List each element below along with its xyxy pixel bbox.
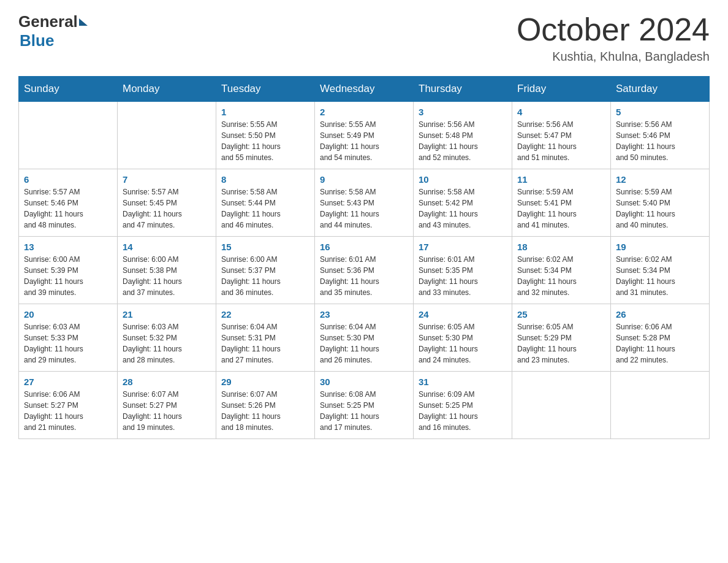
day-number: 10 <box>419 174 507 185</box>
location-label: Kushtia, Khulna, Bangladesh <box>517 50 710 64</box>
day-info: Sunrise: 6:02 AM Sunset: 5:34 PM Dayligh… <box>517 254 605 298</box>
calendar-cell: 14Sunrise: 6:00 AM Sunset: 5:38 PM Dayli… <box>118 237 216 304</box>
day-info: Sunrise: 6:07 AM Sunset: 5:26 PM Dayligh… <box>221 389 309 433</box>
day-info: Sunrise: 6:03 AM Sunset: 5:33 PM Dayligh… <box>24 321 112 366</box>
day-number: 3 <box>419 107 507 117</box>
day-info: Sunrise: 5:57 AM Sunset: 5:46 PM Dayligh… <box>24 186 112 231</box>
calendar-cell: 30Sunrise: 6:08 AM Sunset: 5:25 PM Dayli… <box>315 372 414 439</box>
day-number: 31 <box>419 377 507 387</box>
day-info: Sunrise: 5:58 AM Sunset: 5:44 PM Dayligh… <box>221 186 309 231</box>
day-number: 25 <box>517 309 605 320</box>
day-info: Sunrise: 6:00 AM Sunset: 5:38 PM Dayligh… <box>123 254 211 298</box>
day-info: Sunrise: 6:00 AM Sunset: 5:37 PM Dayligh… <box>221 254 309 298</box>
day-number: 5 <box>616 107 704 117</box>
calendar-cell: 5Sunrise: 5:56 AM Sunset: 5:46 PM Daylig… <box>611 102 710 169</box>
day-number: 6 <box>24 174 112 185</box>
day-number: 2 <box>320 107 408 117</box>
day-number: 17 <box>419 242 507 252</box>
day-info: Sunrise: 5:56 AM Sunset: 5:46 PM Dayligh… <box>616 119 704 163</box>
day-info: Sunrise: 5:59 AM Sunset: 5:41 PM Dayligh… <box>517 186 605 231</box>
calendar-week-row: 6Sunrise: 5:57 AM Sunset: 5:46 PM Daylig… <box>19 169 710 237</box>
day-number: 4 <box>517 107 605 117</box>
day-number: 29 <box>221 377 309 387</box>
logo-general-text: General <box>18 12 78 31</box>
day-info: Sunrise: 5:58 AM Sunset: 5:42 PM Dayligh… <box>419 186 507 231</box>
day-number: 7 <box>123 174 211 185</box>
calendar-cell <box>118 102 216 169</box>
day-number: 23 <box>320 309 408 320</box>
calendar-cell: 22Sunrise: 6:04 AM Sunset: 5:31 PM Dayli… <box>216 304 315 372</box>
day-number: 20 <box>24 309 112 320</box>
day-info: Sunrise: 6:09 AM Sunset: 5:25 PM Dayligh… <box>419 389 507 433</box>
calendar-cell <box>512 372 611 439</box>
weekday-header-sunday: Sunday <box>19 77 118 102</box>
weekday-header-saturday: Saturday <box>611 77 710 102</box>
calendar-cell: 18Sunrise: 6:02 AM Sunset: 5:34 PM Dayli… <box>512 237 611 304</box>
calendar-cell: 3Sunrise: 5:56 AM Sunset: 5:48 PM Daylig… <box>414 102 512 169</box>
day-info: Sunrise: 6:04 AM Sunset: 5:30 PM Dayligh… <box>320 321 408 366</box>
calendar-cell: 16Sunrise: 6:01 AM Sunset: 5:36 PM Dayli… <box>315 237 414 304</box>
day-number: 16 <box>320 242 408 252</box>
logo-arrow-icon <box>79 18 88 26</box>
day-info: Sunrise: 6:05 AM Sunset: 5:30 PM Dayligh… <box>419 321 507 366</box>
day-info: Sunrise: 5:57 AM Sunset: 5:45 PM Dayligh… <box>123 186 211 231</box>
calendar-cell: 9Sunrise: 5:58 AM Sunset: 5:43 PM Daylig… <box>315 169 414 237</box>
day-info: Sunrise: 6:08 AM Sunset: 5:25 PM Dayligh… <box>320 389 408 433</box>
calendar-week-row: 1Sunrise: 5:55 AM Sunset: 5:50 PM Daylig… <box>19 102 710 169</box>
calendar-cell: 1Sunrise: 5:55 AM Sunset: 5:50 PM Daylig… <box>216 102 315 169</box>
calendar-cell: 26Sunrise: 6:06 AM Sunset: 5:28 PM Dayli… <box>611 304 710 372</box>
day-number: 24 <box>419 309 507 320</box>
day-number: 9 <box>320 174 408 185</box>
day-info: Sunrise: 5:59 AM Sunset: 5:40 PM Dayligh… <box>616 186 704 231</box>
calendar-cell: 8Sunrise: 5:58 AM Sunset: 5:44 PM Daylig… <box>216 169 315 237</box>
day-number: 21 <box>123 309 211 320</box>
calendar-cell: 11Sunrise: 5:59 AM Sunset: 5:41 PM Dayli… <box>512 169 611 237</box>
month-title: October 2024 <box>517 12 710 47</box>
day-number: 14 <box>123 242 211 252</box>
calendar-week-row: 27Sunrise: 6:06 AM Sunset: 5:27 PM Dayli… <box>19 372 710 439</box>
calendar-week-row: 13Sunrise: 6:00 AM Sunset: 5:39 PM Dayli… <box>19 237 710 304</box>
day-info: Sunrise: 6:07 AM Sunset: 5:27 PM Dayligh… <box>123 389 211 433</box>
day-number: 22 <box>221 309 309 320</box>
day-number: 15 <box>221 242 309 252</box>
weekday-header-tuesday: Tuesday <box>216 77 315 102</box>
day-info: Sunrise: 6:04 AM Sunset: 5:31 PM Dayligh… <box>221 321 309 366</box>
day-info: Sunrise: 5:55 AM Sunset: 5:50 PM Dayligh… <box>221 119 309 163</box>
day-info: Sunrise: 5:56 AM Sunset: 5:48 PM Dayligh… <box>419 119 507 163</box>
calendar-cell: 13Sunrise: 6:00 AM Sunset: 5:39 PM Dayli… <box>19 237 118 304</box>
day-number: 30 <box>320 377 408 387</box>
day-info: Sunrise: 6:02 AM Sunset: 5:34 PM Dayligh… <box>616 254 704 298</box>
day-info: Sunrise: 6:01 AM Sunset: 5:36 PM Dayligh… <box>320 254 408 298</box>
calendar-cell: 6Sunrise: 5:57 AM Sunset: 5:46 PM Daylig… <box>19 169 118 237</box>
calendar-cell: 17Sunrise: 6:01 AM Sunset: 5:35 PM Dayli… <box>414 237 512 304</box>
weekday-header-thursday: Thursday <box>414 77 512 102</box>
day-number: 12 <box>616 174 704 185</box>
calendar-cell: 23Sunrise: 6:04 AM Sunset: 5:30 PM Dayli… <box>315 304 414 372</box>
calendar-cell <box>19 102 118 169</box>
weekday-header-friday: Friday <box>512 77 611 102</box>
calendar-cell: 12Sunrise: 5:59 AM Sunset: 5:40 PM Dayli… <box>611 169 710 237</box>
calendar-table: SundayMondayTuesdayWednesdayThursdayFrid… <box>18 76 710 439</box>
weekday-header-monday: Monday <box>118 77 216 102</box>
day-number: 13 <box>24 242 112 252</box>
calendar-cell <box>611 372 710 439</box>
calendar-cell: 19Sunrise: 6:02 AM Sunset: 5:34 PM Dayli… <box>611 237 710 304</box>
day-info: Sunrise: 6:03 AM Sunset: 5:32 PM Dayligh… <box>123 321 211 366</box>
calendar-cell: 27Sunrise: 6:06 AM Sunset: 5:27 PM Dayli… <box>19 372 118 439</box>
calendar-cell: 29Sunrise: 6:07 AM Sunset: 5:26 PM Dayli… <box>216 372 315 439</box>
day-info: Sunrise: 6:05 AM Sunset: 5:29 PM Dayligh… <box>517 321 605 366</box>
day-number: 8 <box>221 174 309 185</box>
calendar-cell: 4Sunrise: 5:56 AM Sunset: 5:47 PM Daylig… <box>512 102 611 169</box>
day-number: 26 <box>616 309 704 320</box>
calendar-cell: 15Sunrise: 6:00 AM Sunset: 5:37 PM Dayli… <box>216 237 315 304</box>
day-number: 11 <box>517 174 605 185</box>
calendar-week-row: 20Sunrise: 6:03 AM Sunset: 5:33 PM Dayli… <box>19 304 710 372</box>
weekday-header-wednesday: Wednesday <box>315 77 414 102</box>
day-number: 19 <box>616 242 704 252</box>
logo: General Blue <box>18 12 88 50</box>
calendar-cell: 24Sunrise: 6:05 AM Sunset: 5:30 PM Dayli… <box>414 304 512 372</box>
calendar-cell: 21Sunrise: 6:03 AM Sunset: 5:32 PM Dayli… <box>118 304 216 372</box>
page-header: General Blue October 2024 Kushtia, Khuln… <box>18 12 710 64</box>
day-info: Sunrise: 6:06 AM Sunset: 5:27 PM Dayligh… <box>24 389 112 433</box>
weekday-header-row: SundayMondayTuesdayWednesdayThursdayFrid… <box>19 77 710 102</box>
